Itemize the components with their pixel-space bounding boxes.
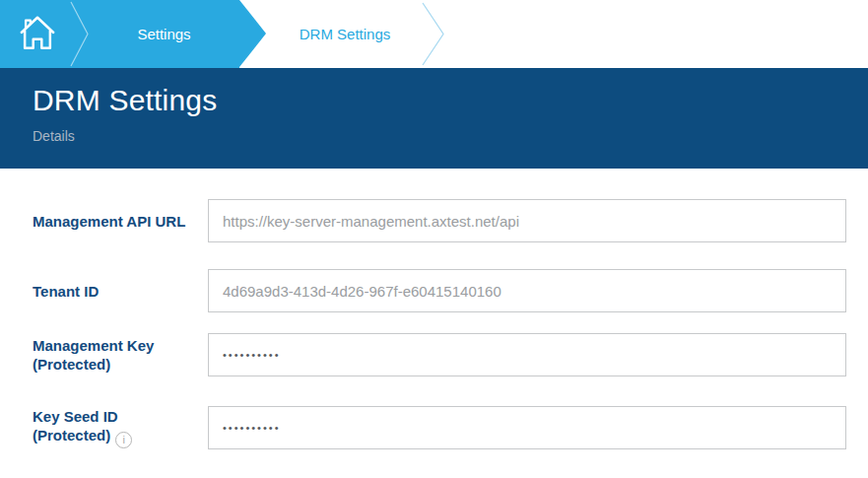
breadcrumb-home[interactable] [0,0,75,68]
management-api-url-input[interactable] [208,199,846,242]
field-label-text: Key Seed ID (Protected) [33,408,118,444]
breadcrumb: Settings DRM Settings [0,0,868,68]
form-row-key-seed-id: Key Seed ID (Protected)i [33,406,846,449]
breadcrumb-item-drm-settings[interactable]: DRM Settings [266,0,424,68]
breadcrumb-arrow [239,0,266,67]
breadcrumb-chevron-icon [421,0,446,68]
field-label: Tenant ID [33,282,208,301]
field-label: Key Seed ID (Protected)i [33,407,208,448]
form-row-tenant-id: Tenant ID [33,269,846,312]
form-row-management-key: Management Key (Protected) [33,333,846,376]
tenant-id-input[interactable] [208,269,846,312]
breadcrumb-separator-icon [70,0,90,68]
management-key-input[interactable] [208,333,846,376]
field-label: Management Key (Protected) [33,336,208,374]
page-title: DRM Settings [33,83,868,118]
info-icon[interactable]: i [115,432,132,448]
page-header: DRM Settings Details [0,68,868,169]
breadcrumb-item-settings[interactable]: Settings [89,0,239,68]
home-icon [17,13,58,56]
drm-settings-form: Management API URL Tenant ID Management … [0,169,868,449]
field-label: Management API URL [33,212,208,231]
page-subtitle: Details [33,128,868,144]
form-row-management-api-url: Management API URL [33,199,846,242]
key-seed-id-input[interactable] [208,406,846,449]
